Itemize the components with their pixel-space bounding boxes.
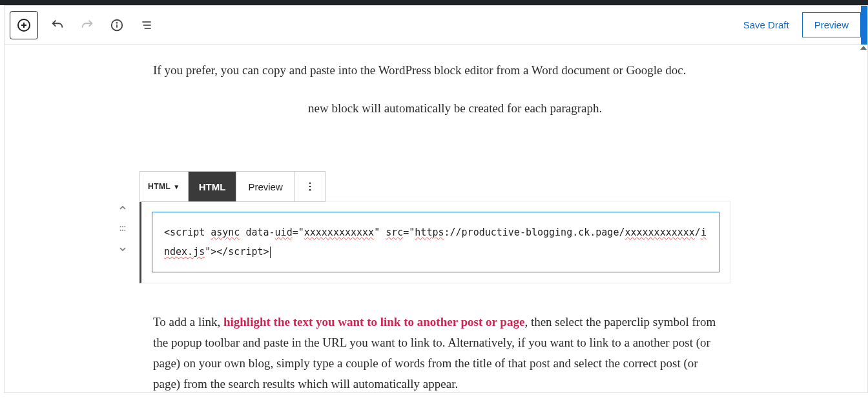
text-cursor: [270, 247, 271, 258]
code-token-spellcheck: uid: [275, 227, 293, 238]
code-token-spellcheck: src: [386, 227, 403, 238]
code-token-spellcheck: async: [211, 227, 240, 238]
html-code-input[interactable]: <script async data-uid="xxxxxxxxxxxx" sr…: [152, 212, 719, 272]
content-column: If you prefer, you can copy and paste in…: [153, 60, 721, 137]
publish-button-edge[interactable]: [861, 6, 867, 45]
chevron-up-icon: [118, 203, 128, 213]
drag-handle[interactable]: [113, 220, 132, 237]
svg-point-17: [309, 189, 311, 191]
preview-button[interactable]: Preview: [802, 12, 861, 37]
paragraph-block[interactable]: To add a link, highlight the text you wa…: [153, 312, 721, 392]
svg-point-12: [120, 230, 121, 231]
redo-icon: [80, 18, 94, 32]
plus-circle-icon: [16, 17, 32, 33]
editor-canvas[interactable]: If you prefer, you can copy and paste in…: [5, 45, 867, 392]
code-token: =": [293, 227, 304, 238]
paragraph-text-before: To add a link,: [153, 315, 223, 329]
window-top-strip: [0, 0, 868, 5]
paragraph-block[interactable]: If you prefer, you can copy and paste in…: [153, 60, 721, 80]
chevron-down-icon: [118, 244, 128, 254]
code-token-spellcheck: https: [415, 227, 444, 238]
tab-preview[interactable]: Preview: [236, 172, 294, 201]
block-content-frame: <script async data-uid="xxxxxxxxxxxx" sr…: [140, 201, 730, 283]
code-token: ://productive-blogging.ck.page/: [444, 227, 625, 238]
block-toolbar: HTML▼ HTML Preview: [140, 171, 326, 202]
toolbar-left-group: [10, 11, 157, 39]
block-type-selector[interactable]: HTML▼: [140, 172, 189, 201]
more-options-button[interactable]: [295, 172, 325, 201]
drag-handle-icon: [118, 223, 128, 234]
undo-button[interactable]: [47, 15, 68, 36]
move-down-button[interactable]: [113, 241, 132, 258]
code-token-spellcheck: xxxxxxxxxxxx: [625, 227, 694, 238]
editor-toolbar: Save Draft Preview: [5, 6, 867, 45]
info-button[interactable]: [107, 15, 127, 36]
code-token: ": [374, 227, 386, 238]
svg-point-11: [124, 226, 125, 227]
outline-button[interactable]: [136, 15, 157, 36]
block-body: HTML▼ HTML Preview <script async data-ui…: [140, 171, 730, 283]
list-outline-icon: [140, 19, 153, 32]
svg-point-5: [117, 22, 118, 23]
tab-html[interactable]: HTML: [189, 172, 237, 201]
paragraph-block-partial[interactable]: new block will automatically be created …: [308, 98, 721, 118]
code-token: data-: [240, 227, 274, 238]
code-token-spellcheck: xxxxxxxxxxxx: [304, 227, 374, 238]
svg-point-16: [309, 186, 311, 188]
undo-icon: [50, 18, 65, 32]
highlighted-link-text: highlight the text you want to link to a…: [223, 315, 524, 329]
chevron-down-icon: ▼: [173, 183, 180, 190]
toolbar-right-group: Save Draft Preview: [743, 12, 861, 37]
svg-point-13: [122, 230, 123, 231]
svg-point-15: [309, 182, 311, 184]
code-token: /: [695, 227, 701, 238]
save-draft-button[interactable]: Save Draft: [743, 19, 789, 30]
add-block-button[interactable]: [10, 11, 38, 39]
code-token: <script: [164, 227, 211, 238]
info-icon: [110, 18, 124, 32]
more-vertical-icon: [304, 181, 316, 192]
svg-point-10: [122, 226, 123, 227]
block-mover: [110, 199, 136, 258]
svg-point-14: [124, 230, 125, 231]
svg-point-9: [120, 226, 121, 227]
block-type-label: HTML: [148, 182, 170, 191]
move-up-button[interactable]: [113, 199, 132, 216]
redo-button: [77, 15, 98, 36]
code-token: =": [403, 227, 415, 238]
editor-frame: Save Draft Preview If you prefer, you ca…: [4, 5, 868, 393]
code-token: "></script>: [205, 246, 269, 258]
